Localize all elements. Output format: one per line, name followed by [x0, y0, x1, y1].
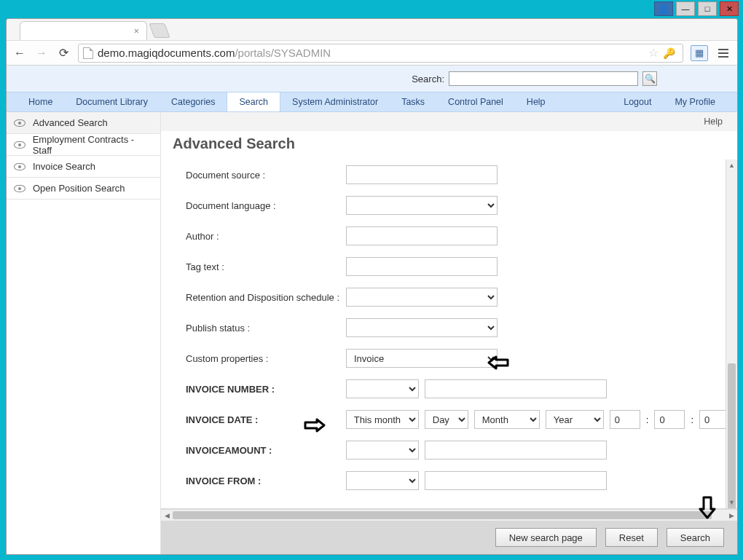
close-icon[interactable]: ×: [133, 25, 139, 36]
custom-properties-select[interactable]: Invoice: [346, 349, 498, 368]
search-button[interactable]: Search: [667, 528, 724, 547]
eye-icon: [14, 185, 25, 192]
author-input[interactable]: [346, 226, 498, 245]
label-invoice-date: INVOICE DATE :: [186, 414, 346, 425]
hscroll-thumb[interactable]: [173, 511, 712, 519]
invoice-date-min-input[interactable]: [654, 410, 685, 429]
main-panel: Help Advanced Search Document source : D…: [161, 112, 737, 554]
global-search-input[interactable]: [449, 71, 638, 86]
sidebar: Advanced Search Employment Contracts - S…: [7, 112, 161, 554]
invoice-from-input[interactable]: [425, 471, 607, 490]
sidebar-item-label: Open Position Search: [33, 183, 125, 194]
forward-button: →: [34, 46, 49, 60]
invoice-amount-input[interactable]: [425, 441, 607, 460]
form-area: Document source : Document language : Au…: [161, 159, 737, 509]
scroll-thumb[interactable]: [728, 363, 736, 509]
url-text: demo.magiqdocuments.com/portals/SYSADMIN: [98, 47, 647, 59]
invoice-from-op-select[interactable]: [346, 471, 419, 490]
label-document-language: Document language :: [186, 200, 346, 211]
nav-document-library[interactable]: Document Library: [64, 92, 160, 111]
nav-my-profile[interactable]: My Profile: [663, 92, 727, 111]
retention-schedule-select[interactable]: [346, 288, 498, 307]
new-tab-button[interactable]: [149, 23, 170, 38]
browser-toolbar: ← → ⟳ demo.magiqdocuments.com/portals/SY…: [7, 41, 737, 66]
menu-icon[interactable]: [715, 45, 731, 61]
app-root: Search: 🔍 Home Document Library Categori…: [7, 66, 737, 554]
invoice-date-range-select[interactable]: This month: [346, 410, 419, 429]
sidebar-item-label: Advanced Search: [33, 117, 108, 128]
invoice-date-year-select[interactable]: Year: [546, 410, 604, 429]
global-search-row: Search: 🔍: [7, 66, 737, 92]
nav-control-panel[interactable]: Control Panel: [436, 92, 515, 111]
nav-system-administrator[interactable]: System Administrator: [280, 92, 390, 111]
new-search-page-button[interactable]: New search page: [495, 528, 597, 547]
label-invoice-amount: INVOICEAMOUNT :: [186, 445, 346, 456]
extension-button[interactable]: ▦: [691, 45, 708, 61]
sidebar-item-label: Employment Contracts - Staff: [33, 134, 153, 156]
label-invoice-from: INVOICE FROM :: [186, 476, 346, 486]
time-colon: :: [646, 414, 649, 425]
eye-icon: [14, 119, 25, 127]
sidebar-item-advanced-search[interactable]: Advanced Search: [7, 112, 160, 134]
workarea: Advanced Search Employment Contracts - S…: [7, 112, 737, 554]
document-language-select[interactable]: [346, 196, 498, 215]
nav-categories[interactable]: Categories: [160, 92, 227, 111]
scroll-left-icon[interactable]: ◀: [161, 512, 173, 519]
os-minimize-button[interactable]: —: [676, 1, 695, 16]
label-publish-status: Publish status :: [186, 323, 346, 334]
label-tag-text: Tag text :: [186, 261, 346, 272]
scroll-up-icon[interactable]: ▲: [726, 159, 737, 171]
browser-tab[interactable]: ×: [20, 21, 147, 40]
key-icon[interactable]: 🔑: [663, 47, 675, 59]
invoice-date-day-select[interactable]: Day: [425, 410, 468, 429]
nav-help[interactable]: Help: [515, 92, 557, 111]
bookmark-icon[interactable]: ☆: [648, 46, 659, 60]
browser-window: × ← → ⟳ demo.magiqdocuments.com/portals/…: [6, 18, 738, 555]
main-nav: Home Document Library Categories Search …: [7, 92, 737, 112]
eye-icon: [14, 163, 25, 170]
address-bar[interactable]: demo.magiqdocuments.com/portals/SYSADMIN…: [78, 44, 683, 63]
sidebar-item-employment-contracts[interactable]: Employment Contracts - Staff: [7, 134, 160, 156]
label-document-source: Document source :: [186, 170, 346, 181]
help-bar: Help: [161, 112, 737, 131]
time-colon: :: [691, 414, 693, 425]
os-maximize-button[interactable]: □: [698, 1, 717, 16]
invoice-number-op-select[interactable]: [346, 379, 419, 398]
label-retention-schedule: Retention and Disposition schedule :: [186, 292, 346, 303]
page-icon: [83, 47, 93, 59]
scroll-down-icon[interactable]: ▼: [726, 497, 737, 508]
vertical-scrollbar[interactable]: ▲ ▼: [726, 159, 737, 508]
horizontal-scrollbar[interactable]: ◀ ▶: [161, 509, 737, 521]
nav-logout[interactable]: Logout: [612, 92, 663, 111]
global-search-button[interactable]: 🔍: [642, 71, 657, 86]
os-user-button[interactable]: 👤: [654, 1, 673, 16]
os-titlebar: 👤 — □ ✕: [654, 1, 739, 16]
invoice-date-month-select[interactable]: Month: [474, 410, 540, 429]
invoice-number-input[interactable]: [425, 379, 607, 398]
sidebar-item-label: Invoice Search: [33, 161, 95, 172]
invoice-date-hour-input[interactable]: [610, 410, 640, 429]
document-source-input[interactable]: [346, 165, 498, 184]
nav-tasks[interactable]: Tasks: [390, 92, 436, 111]
browser-tabstrip: ×: [7, 19, 737, 41]
back-button[interactable]: ←: [12, 46, 27, 60]
tag-text-input[interactable]: [346, 257, 498, 276]
label-author: Author :: [186, 231, 346, 242]
os-close-button[interactable]: ✕: [720, 1, 739, 16]
invoice-amount-op-select[interactable]: [346, 441, 419, 460]
reset-button[interactable]: Reset: [605, 528, 658, 547]
label-invoice-number: INVOICE NUMBER :: [186, 384, 346, 395]
nav-home[interactable]: Home: [17, 92, 64, 111]
label-custom-properties: Custom properties :: [186, 353, 346, 364]
sidebar-item-open-position-search[interactable]: Open Position Search: [7, 178, 160, 200]
global-search-label: Search:: [412, 74, 444, 84]
publish-status-select[interactable]: [346, 318, 498, 337]
sidebar-item-invoice-search[interactable]: Invoice Search: [7, 156, 160, 178]
scroll-right-icon[interactable]: ▶: [726, 512, 737, 519]
eye-icon: [14, 141, 25, 149]
reload-button[interactable]: ⟳: [56, 46, 71, 60]
help-link[interactable]: Help: [704, 117, 723, 127]
action-footer: New search page Reset Search: [161, 521, 737, 554]
page-title: Advanced Search: [161, 131, 737, 159]
nav-search[interactable]: Search: [227, 92, 280, 111]
